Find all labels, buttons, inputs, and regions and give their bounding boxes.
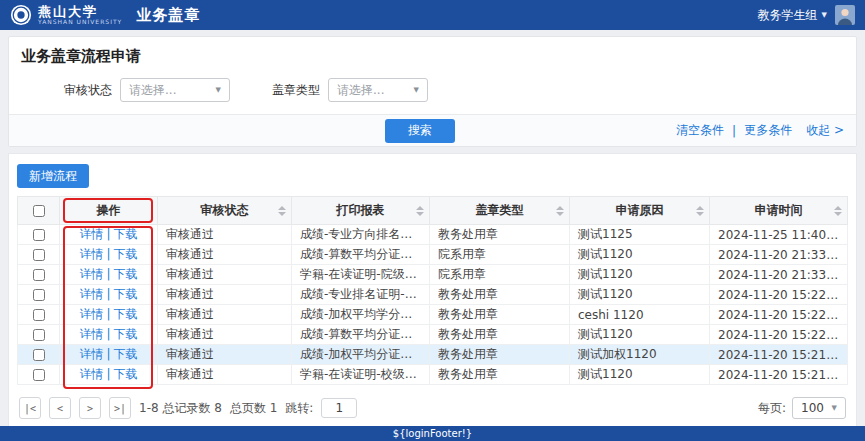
per-page-select[interactable]: 100 ▼ bbox=[792, 397, 846, 419]
filter-panel: 业务盖章流程申请 审核状态 请选择... ▼ 盖章类型 请选择... ▼ 搜索 … bbox=[8, 36, 857, 147]
select-all-checkbox[interactable] bbox=[33, 205, 45, 217]
cell-report: 学籍-在读证明-院级审核 bbox=[292, 265, 430, 285]
detail-link[interactable]: 详情 bbox=[79, 287, 103, 301]
audit-status-value: 请选择... bbox=[129, 82, 176, 99]
detail-link[interactable]: 详情 bbox=[79, 327, 103, 341]
download-link[interactable]: 下载 bbox=[114, 367, 138, 381]
cell-reason: 测试1120 bbox=[570, 265, 710, 285]
download-link[interactable]: 下载 bbox=[114, 227, 138, 241]
collapse-link[interactable]: 收起 > bbox=[806, 122, 844, 139]
table-row: 详情|下载 审核通过 成绩-算数平均分证明-校级审核 教务处用章 测试1120 … bbox=[18, 325, 848, 345]
cell-apply-time: 2024-11-25 11:40:50 bbox=[710, 225, 848, 245]
detail-link[interactable]: 详情 bbox=[79, 227, 103, 241]
footer-text: ${loginFooter!} bbox=[393, 428, 472, 439]
cell-reason: ceshi 1120 bbox=[570, 305, 710, 325]
per-page-label: 每页: bbox=[758, 400, 786, 417]
download-link[interactable]: 下载 bbox=[114, 327, 138, 341]
last-page-button[interactable]: >| bbox=[109, 397, 131, 419]
detail-link[interactable]: 详情 bbox=[79, 307, 103, 321]
row-checkbox[interactable] bbox=[33, 349, 45, 361]
cell-apply-time: 2024-11-20 21:33:21 bbox=[710, 265, 848, 285]
seal-type-value: 请选择... bbox=[337, 82, 384, 99]
download-link[interactable]: 下载 bbox=[114, 287, 138, 301]
link-separator: | bbox=[732, 124, 736, 138]
row-checkbox[interactable] bbox=[33, 289, 45, 301]
detail-link[interactable]: 详情 bbox=[79, 367, 103, 381]
download-link[interactable]: 下载 bbox=[114, 267, 138, 281]
cell-reason: 测试1120 bbox=[570, 285, 710, 305]
row-checkbox[interactable] bbox=[33, 309, 45, 321]
column-header-report[interactable]: 打印报表 bbox=[292, 197, 430, 225]
cell-seal-type: 院系用章 bbox=[430, 245, 570, 265]
action-separator: | bbox=[106, 267, 110, 281]
sort-icon[interactable] bbox=[278, 206, 286, 216]
add-process-button[interactable]: 新增流程 bbox=[17, 164, 89, 188]
next-page-button[interactable]: > bbox=[79, 397, 101, 419]
jump-label: 跳转: bbox=[285, 400, 313, 417]
table-row: 详情|下载 审核通过 学籍-在读证明-院级审核 院系用章 测试1120 2024… bbox=[18, 265, 848, 285]
cell-report: 成绩-专业方向排名证明-校级审核 bbox=[292, 225, 430, 245]
column-header-seal-type[interactable]: 盖章类型 bbox=[430, 197, 570, 225]
pagination: |< < > >| 1-8 总记录数 8 总页数 1 跳转: 每页: 100 ▼ bbox=[17, 385, 848, 423]
cell-status: 审核通过 bbox=[158, 325, 292, 345]
cell-status: 审核通过 bbox=[158, 305, 292, 325]
sort-icon[interactable] bbox=[834, 206, 842, 216]
detail-link[interactable]: 详情 bbox=[79, 347, 103, 361]
cell-status: 审核通过 bbox=[158, 345, 292, 365]
clear-conditions-link[interactable]: 清空条件 bbox=[676, 122, 724, 139]
university-logo-icon bbox=[10, 4, 32, 26]
table-row-selected: 详情|下载 审核通过 成绩-加权平均分证明-校级审核 教务处用章 测试加权112… bbox=[18, 345, 848, 365]
detail-link[interactable]: 详情 bbox=[79, 267, 103, 281]
download-link[interactable]: 下载 bbox=[114, 307, 138, 321]
jump-input[interactable] bbox=[321, 398, 357, 418]
cell-seal-type: 教务处用章 bbox=[430, 345, 570, 365]
user-group-label: 教务学生组 bbox=[758, 7, 818, 24]
action-separator: | bbox=[106, 307, 110, 321]
row-checkbox[interactable] bbox=[33, 249, 45, 261]
cell-seal-type: 教务处用章 bbox=[430, 285, 570, 305]
row-checkbox[interactable] bbox=[33, 369, 45, 381]
results-panel: 新增流程 操作 审核状态 打印报表 盖章类型 申请原因 bbox=[8, 153, 857, 432]
page-footer: ${loginFooter!} bbox=[0, 426, 865, 441]
cell-apply-time: 2024-11-20 15:22:05 bbox=[710, 325, 848, 345]
cell-report: 学籍-在读证明-校级审核 bbox=[292, 365, 430, 385]
row-checkbox[interactable] bbox=[33, 329, 45, 341]
search-button[interactable]: 搜索 bbox=[385, 119, 455, 143]
more-conditions-link[interactable]: 更多条件 bbox=[744, 122, 792, 139]
cell-seal-type: 教务处用章 bbox=[430, 305, 570, 325]
cell-seal-type: 院系用章 bbox=[430, 265, 570, 285]
row-checkbox[interactable] bbox=[33, 269, 45, 281]
cell-report: 成绩-加权平均分证明-校级审核 bbox=[292, 345, 430, 365]
prev-page-button[interactable]: < bbox=[49, 397, 71, 419]
sort-icon[interactable] bbox=[696, 206, 704, 216]
cell-seal-type: 教务处用章 bbox=[430, 365, 570, 385]
app-header: 燕山大学 YANSHAN UNIVERSITY 业务盖章 教务学生组 ▼ bbox=[0, 0, 865, 30]
audit-status-label: 审核状态 bbox=[64, 82, 112, 99]
action-separator: | bbox=[106, 247, 110, 261]
cell-status: 审核通过 bbox=[158, 245, 292, 265]
page-title: 业务盖章流程申请 bbox=[9, 37, 856, 72]
avatar[interactable] bbox=[835, 5, 855, 25]
cell-status: 审核通过 bbox=[158, 365, 292, 385]
toolbar: 新增流程 bbox=[17, 164, 848, 188]
sort-icon[interactable] bbox=[416, 206, 424, 216]
download-link[interactable]: 下载 bbox=[114, 247, 138, 261]
first-page-button[interactable]: |< bbox=[19, 397, 41, 419]
chevron-down-icon: ▼ bbox=[414, 86, 419, 94]
column-header-reason[interactable]: 申请原因 bbox=[570, 197, 710, 225]
seal-type-select[interactable]: 请选择... ▼ bbox=[328, 78, 428, 102]
cell-report: 成绩-专业排名证明-校级审核 bbox=[292, 285, 430, 305]
column-header-apply-time[interactable]: 申请时间 bbox=[710, 197, 848, 225]
header-checkbox-cell bbox=[18, 197, 60, 225]
download-link[interactable]: 下载 bbox=[114, 347, 138, 361]
row-checkbox[interactable] bbox=[33, 229, 45, 241]
audit-status-select[interactable]: 请选择... ▼ bbox=[120, 78, 230, 102]
university-name: 燕山大学 bbox=[38, 5, 122, 19]
detail-link[interactable]: 详情 bbox=[79, 247, 103, 261]
cell-report: 成绩-算数平均分证明-院级审核 bbox=[292, 245, 430, 265]
user-group-menu[interactable]: 教务学生组 ▼ bbox=[758, 7, 827, 24]
table-row: 详情|下载 审核通过 成绩-算数平均分证明-院级审核 院系用章 测试1120 2… bbox=[18, 245, 848, 265]
column-header-status[interactable]: 审核状态 bbox=[158, 197, 292, 225]
sort-icon[interactable] bbox=[556, 206, 564, 216]
university-subtitle: YANSHAN UNIVERSITY bbox=[38, 19, 122, 25]
